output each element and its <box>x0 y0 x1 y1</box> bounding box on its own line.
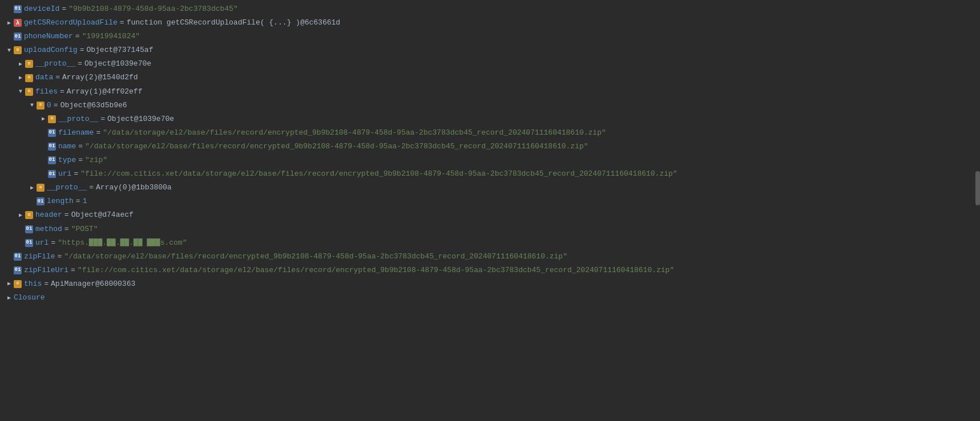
row-uploadConfig.files.0: ≡0=Object@63d5b9e6 <box>0 99 980 112</box>
value-uploadConfig.files.0.type: "zip" <box>85 154 107 167</box>
value-uploadConfig.files.__proto__: Array(0)@1bb3800a <box>96 181 172 194</box>
operator-zipFileUri: = <box>71 264 75 277</box>
key-uploadConfig.__proto__: __proto__ <box>35 58 75 70</box>
key-getCSRecordUploadFile: getCSRecordUploadFile <box>24 17 118 29</box>
row-Closure: Closure <box>0 291 980 305</box>
value-uploadConfig.__proto__: Object@1039e70e <box>84 58 151 70</box>
icon-01-zipFileUri: 01 <box>14 266 22 274</box>
key-uploadConfig: uploadConfig <box>24 44 78 56</box>
operator-getCSRecordUploadFile: = <box>120 17 124 29</box>
row-uploadConfig.url: 01url="https.███.██.██.██ ███s.com" <box>0 236 980 250</box>
debugger-panel: 01deviceId="9b9b2108-4879-458d-95aa-2bc3… <box>0 0 980 307</box>
key-uploadConfig.data: data <box>35 71 53 84</box>
row-uploadConfig.files.0.filename: 01filename="/data/storage/el2/base/files… <box>0 126 980 140</box>
operator-uploadConfig.files.0.type: = <box>78 154 83 167</box>
icon-01-uploadConfig.url: 01 <box>25 239 33 247</box>
value-zipFile: "/data/storage/el2/base/files/record/enc… <box>64 250 567 263</box>
value-this: ApiManager@68000363 <box>51 278 135 290</box>
key-Closure: Closure <box>14 292 45 304</box>
operator-uploadConfig.files.0.filename: = <box>96 127 100 139</box>
toggle-arrow-getCSRecordUploadFile[interactable] <box>5 18 14 27</box>
key-zipFile: zipFile <box>24 250 55 263</box>
icon-lambda-getCSRecordUploadFile: λ <box>14 19 22 27</box>
row-phoneNumber: 01phoneNumber="19919941024" <box>0 30 980 43</box>
scrollbar-thumb[interactable] <box>975 171 980 205</box>
icon-obj-uploadConfig.data: ≡ <box>25 74 33 82</box>
toggle-arrow-uploadConfig.__proto__[interactable] <box>16 59 25 68</box>
operator-uploadConfig.files.__proto__: = <box>89 181 94 194</box>
row-uploadConfig.files.0.uri: 01uri="file://com.citics.xet/data/storag… <box>0 167 980 181</box>
key-deviceId: deviceId <box>24 3 59 15</box>
value-deviceId: "9b9b2108-4879-458d-95aa-2bc3783dcb45" <box>68 3 237 15</box>
icon-obj-uploadConfig.__proto__: ≡ <box>25 60 33 68</box>
key-uploadConfig.files.0.__proto__: __proto__ <box>58 113 98 126</box>
value-uploadConfig.files.0: Object@63d5b9e6 <box>61 99 127 112</box>
toggle-arrow-uploadConfig[interactable] <box>5 46 14 55</box>
operator-uploadConfig.method: = <box>64 223 69 236</box>
operator-uploadConfig.files.0: = <box>54 99 58 112</box>
row-uploadConfig.header: ≡header=Object@d74aecf <box>0 208 980 222</box>
row-uploadConfig.data: ≡data=Array(2)@1540d2fd <box>0 71 980 84</box>
key-uploadConfig.files.length: length <box>47 195 74 208</box>
value-getCSRecordUploadFile: function getCSRecordUploadFile( {...} )@… <box>127 17 340 29</box>
key-uploadConfig.method: method <box>35 223 62 236</box>
icon-obj-uploadConfig.files: ≡ <box>25 88 33 96</box>
operator-uploadConfig.files.0.uri: = <box>74 168 78 180</box>
value-uploadConfig.url: "https.███.██.██.██ ███s.com" <box>58 237 187 249</box>
operator-phoneNumber: = <box>75 30 80 43</box>
key-uploadConfig.files: files <box>35 86 58 98</box>
icon-01-uploadConfig.files.0.name: 01 <box>48 143 56 151</box>
value-uploadConfig.data: Array(2)@1540d2fd <box>62 71 138 84</box>
operator-uploadConfig.header: = <box>64 209 69 221</box>
row-uploadConfig.files: ≡files=Array(1)@4ff02eff <box>0 85 980 99</box>
operator-this: = <box>44 278 49 290</box>
key-uploadConfig.files.0.type: type <box>58 154 76 167</box>
operator-zipFile: = <box>58 250 62 263</box>
key-uploadConfig.files.0.name: name <box>58 140 76 153</box>
operator-uploadConfig.data: = <box>55 71 60 84</box>
value-phoneNumber: "19919941024" <box>82 30 140 43</box>
toggle-arrow-uploadConfig.files.0[interactable] <box>27 101 37 110</box>
toggle-arrow-Closure[interactable] <box>5 293 14 302</box>
toggle-arrow-uploadConfig.header[interactable] <box>16 211 25 220</box>
row-deviceId: 01deviceId="9b9b2108-4879-458d-95aa-2bc3… <box>0 2 980 16</box>
key-this: this <box>24 278 42 290</box>
operator-uploadConfig.url: = <box>51 237 55 249</box>
value-uploadConfig: Object@737145af <box>86 44 153 56</box>
row-uploadConfig.files.__proto__: ≡__proto__=Array(0)@1bb3800a <box>0 181 980 195</box>
toggle-arrow-this[interactable] <box>5 280 14 289</box>
row-uploadConfig.files.length: 01length=1 <box>0 195 980 208</box>
toggle-arrow-uploadConfig.data[interactable] <box>16 74 25 83</box>
row-this: ≡this=ApiManager@68000363 <box>0 277 980 291</box>
icon-01-uploadConfig.method: 01 <box>25 225 33 233</box>
icon-obj-this: ≡ <box>14 280 22 288</box>
row-uploadConfig.files.0.type: 01type="zip" <box>0 153 980 167</box>
row-uploadConfig.files.0.__proto__: ≡__proto__=Object@1039e70e <box>0 112 980 126</box>
operator-uploadConfig.files: = <box>60 86 64 98</box>
key-zipFileUri: zipFileUri <box>24 264 68 277</box>
icon-01-uploadConfig.files.length: 01 <box>37 197 45 205</box>
row-uploadConfig.__proto__: ≡__proto__=Object@1039e70e <box>0 57 980 71</box>
operator-uploadConfig.__proto__: = <box>78 58 82 70</box>
row-uploadConfig: ≡uploadConfig=Object@737145af <box>0 43 980 57</box>
icon-obj-uploadConfig.files.0: ≡ <box>37 102 45 110</box>
value-uploadConfig.files.0.name: "/data/storage/el2/base/files/record/enc… <box>85 140 588 153</box>
toggle-arrow-uploadConfig.files.0.__proto__[interactable] <box>39 115 48 124</box>
row-uploadConfig.files.0.name: 01name="/data/storage/el2/base/files/rec… <box>0 140 980 153</box>
key-uploadConfig.url: url <box>35 237 49 249</box>
toggle-arrow-uploadConfig.files.__proto__[interactable] <box>27 183 37 192</box>
toggle-arrow-uploadConfig.files[interactable] <box>16 87 25 96</box>
row-getCSRecordUploadFile: λgetCSRecordUploadFile=function getCSRec… <box>0 16 980 30</box>
key-uploadConfig.files.0.filename: filename <box>58 127 94 139</box>
icon-obj-uploadConfig.files.0.__proto__: ≡ <box>48 115 56 123</box>
key-uploadConfig.files.0.uri: uri <box>58 168 71 180</box>
value-uploadConfig.files.0.filename: "/data/storage/el2/base/files/record/enc… <box>103 127 606 139</box>
operator-uploadConfig.files.0.__proto__: = <box>100 113 105 126</box>
value-uploadConfig.files.0.uri: "file://com.citics.xet/data/storage/el2/… <box>80 168 677 180</box>
icon-01-phoneNumber: 01 <box>14 33 22 41</box>
icon-01-deviceId: 01 <box>14 5 22 13</box>
operator-deviceId: = <box>62 3 66 15</box>
icon-01-zipFile: 01 <box>14 253 22 261</box>
value-uploadConfig.files: Array(1)@4ff02eff <box>67 86 143 98</box>
operator-uploadConfig.files.0.name: = <box>78 140 83 153</box>
